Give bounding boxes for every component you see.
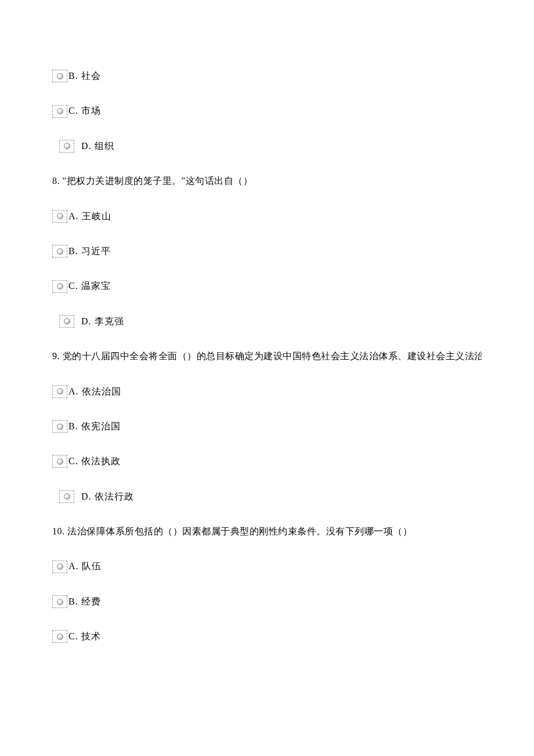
q8-option-b[interactable]: B. 习近平: [52, 245, 482, 258]
option-label: B. 社会: [68, 70, 101, 82]
q9-option-c[interactable]: C. 依法执政: [52, 455, 482, 468]
q9-option-b[interactable]: B. 依宪治国: [52, 420, 482, 433]
radio-icon: [59, 490, 74, 503]
radio-icon: [59, 140, 74, 153]
option-label: A. 王岐山: [68, 210, 111, 223]
option-label: D. 依法行政: [81, 490, 134, 503]
radio-icon: [52, 560, 67, 573]
option-label: B. 习近平: [68, 245, 111, 258]
option-label: B. 经费: [68, 595, 101, 608]
option-label: D. 组织: [81, 140, 114, 153]
option-label: C. 温家宝: [68, 280, 111, 292]
radio-icon: [52, 595, 67, 608]
option-label: C. 依法执政: [68, 455, 121, 468]
q9-option-d[interactable]: D. 依法行政: [52, 490, 482, 503]
question-10-text: 10. 法治保障体系所包括的（）因素都属于典型的刚性约束条件。没有下列哪一项（）: [52, 525, 482, 538]
option-label: B. 依宪治国: [68, 420, 121, 433]
option-label: D. 李克强: [81, 315, 124, 328]
q7-option-c[interactable]: C. 市场: [52, 104, 482, 117]
radio-icon: [52, 455, 67, 468]
option-label: A. 队伍: [68, 560, 102, 573]
radio-icon: [52, 245, 67, 258]
q8-option-d[interactable]: D. 李克强: [52, 315, 482, 328]
radio-icon: [52, 630, 67, 643]
q10-option-b[interactable]: B. 经费: [52, 595, 482, 608]
radio-icon: [52, 105, 67, 118]
radio-icon: [59, 315, 74, 328]
radio-icon: [52, 280, 67, 293]
q10-option-c[interactable]: C. 技术: [52, 630, 482, 643]
q7-option-b[interactable]: B. 社会: [52, 70, 482, 82]
option-label: A. 依法治国: [68, 385, 121, 398]
radio-icon: [52, 210, 67, 223]
q9-option-a[interactable]: A. 依法治国: [52, 385, 482, 398]
q10-option-a[interactable]: A. 队伍: [52, 560, 482, 573]
question-9-text: 9. 党的十八届四中全会将全面（）的总目标确定为建设中国特色社会主义法治体系、建…: [52, 350, 482, 363]
option-label: C. 技术: [68, 630, 101, 643]
radio-icon: [52, 385, 67, 398]
q8-option-a[interactable]: A. 王岐山: [52, 210, 482, 223]
q7-option-d[interactable]: D. 组织: [52, 140, 482, 153]
radio-icon: [52, 420, 67, 433]
question-8-text: 8. "把权力关进制度的笼子里。"这句话出自（）: [52, 175, 482, 187]
radio-icon: [52, 70, 67, 82]
q8-option-c[interactable]: C. 温家宝: [52, 280, 482, 292]
option-label: C. 市场: [68, 104, 101, 117]
